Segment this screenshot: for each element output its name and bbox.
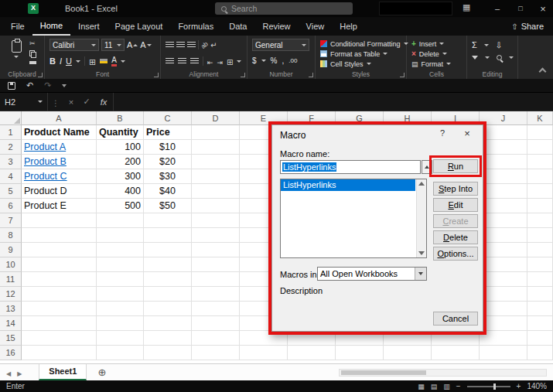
cell-A14[interactable] — [22, 316, 97, 331]
zoom-level[interactable]: 140% — [527, 382, 547, 390]
cell-A12[interactable] — [22, 287, 97, 302]
cell-B9[interactable] — [97, 243, 144, 257]
cell-G16[interactable] — [336, 346, 384, 360]
cell-A15[interactable] — [22, 331, 97, 346]
cell-B11[interactable] — [97, 272, 144, 287]
cell-A7[interactable] — [22, 213, 97, 228]
cell-J7[interactable] — [480, 213, 527, 228]
row-header-11[interactable]: 11 — [0, 272, 22, 287]
cell-K7[interactable] — [527, 213, 553, 228]
cell-styles-button[interactable]: Cell Styles — [320, 59, 403, 69]
insert-cells-button[interactable]: Insert — [411, 39, 463, 49]
new-sheet-button[interactable] — [97, 366, 106, 378]
cell-C3[interactable]: $20 — [144, 155, 192, 169]
borders-button[interactable] — [89, 54, 96, 68]
row-header-16[interactable]: 16 — [0, 346, 22, 360]
redo-button[interactable]: ↷ — [44, 80, 51, 90]
cell-B10[interactable] — [97, 257, 144, 272]
share-button[interactable]: Share — [511, 22, 544, 31]
cell-D6[interactable] — [192, 199, 240, 213]
ribbon-display-options-icon[interactable] — [463, 2, 470, 12]
cell-A6[interactable]: Product E — [22, 199, 97, 213]
minimize-button[interactable] — [487, 0, 507, 17]
cell-K1[interactable] — [527, 125, 553, 140]
cell-A2[interactable]: Product A — [22, 140, 97, 155]
cell-J6[interactable] — [480, 199, 527, 213]
comma-style-button[interactable]: , — [282, 56, 284, 65]
row-header-7[interactable]: 7 — [0, 213, 22, 228]
zoom-slider-thumb[interactable] — [493, 383, 496, 390]
cell-J15[interactable] — [480, 331, 527, 346]
cell-D2[interactable] — [192, 140, 240, 155]
delete-button[interactable]: Delete — [433, 230, 478, 244]
close-button[interactable] — [533, 0, 553, 17]
column-header-C[interactable]: C — [144, 111, 192, 125]
search-box[interactable]: Search — [215, 2, 353, 15]
delete-cells-button[interactable]: Delete — [411, 49, 463, 59]
cell-D7[interactable] — [192, 213, 240, 228]
macro-list-item[interactable]: ListHyperlinks — [281, 179, 415, 191]
cell-K3[interactable] — [527, 155, 553, 169]
cell-K10[interactable] — [527, 257, 553, 272]
run-button[interactable]: Run — [433, 159, 478, 173]
step-into-button[interactable]: Step Into — [433, 182, 478, 196]
align-bottom-button[interactable] — [187, 42, 196, 48]
increase-indent-button[interactable] — [217, 54, 224, 68]
macro-list[interactable]: ListHyperlinks — [280, 179, 427, 258]
account-area[interactable] — [379, 2, 452, 15]
decrease-indent-button[interactable] — [207, 54, 213, 68]
cell-D13[interactable] — [192, 302, 240, 316]
normal-view-button[interactable] — [418, 382, 425, 390]
cell-A4[interactable]: Product C — [22, 169, 97, 184]
cut-button[interactable]: ✂ — [29, 39, 36, 47]
cell-D3[interactable] — [192, 155, 240, 169]
cell-K5[interactable] — [527, 184, 553, 199]
dialog-launcher-icon[interactable] — [309, 73, 313, 77]
cell-C6[interactable]: $50 — [144, 199, 192, 213]
tab-file[interactable]: File — [3, 17, 32, 36]
cell-C2[interactable]: $10 — [144, 140, 192, 155]
cell-B2[interactable]: 100 — [97, 140, 144, 155]
next-sheet-icon[interactable] — [17, 368, 22, 377]
maximize-button[interactable] — [510, 0, 531, 17]
cell-B5[interactable]: 400 — [97, 184, 144, 199]
tab-insert[interactable]: Insert — [70, 17, 108, 36]
cell-F16[interactable] — [288, 346, 336, 360]
sort-filter-button[interactable] — [472, 56, 478, 60]
row-header-8[interactable]: 8 — [0, 228, 22, 243]
format-painter-button[interactable] — [29, 61, 36, 64]
align-top-button[interactable] — [166, 42, 174, 48]
bold-button[interactable]: B — [49, 56, 56, 66]
options-button[interactable]: Options... — [433, 247, 478, 261]
cell-K15[interactable] — [527, 331, 553, 346]
scroll-down-arrow-icon[interactable] — [418, 251, 425, 255]
cell-B4[interactable]: 300 — [97, 169, 144, 184]
macro-name-input[interactable]: ListHyperlinks — [280, 160, 421, 174]
cell-A16[interactable] — [22, 346, 97, 360]
column-header-D[interactable]: D — [192, 111, 240, 125]
cell-A5[interactable]: Product D — [22, 184, 97, 199]
row-header-4[interactable]: 4 — [0, 169, 22, 184]
cell-D1[interactable] — [192, 125, 240, 140]
cell-B7[interactable] — [97, 213, 144, 228]
format-as-table-button[interactable]: Format as Table — [320, 49, 403, 59]
enter-entry-button[interactable]: ✓ — [79, 97, 94, 107]
column-header-A[interactable]: A — [22, 111, 97, 125]
cell-K13[interactable] — [527, 302, 553, 316]
cell-K4[interactable] — [527, 169, 553, 184]
page-layout-view-button[interactable] — [431, 382, 438, 390]
cell-A13[interactable] — [22, 302, 97, 316]
cell-J4[interactable] — [480, 169, 527, 184]
cell-K12[interactable] — [527, 287, 553, 302]
cell-D9[interactable] — [192, 243, 240, 257]
cell-C10[interactable] — [144, 257, 192, 272]
conditional-formatting-button[interactable]: Conditional Formatting — [320, 39, 403, 49]
shrink-font-button[interactable]: A — [140, 40, 151, 49]
cell-C9[interactable] — [144, 243, 192, 257]
cancel-button[interactable]: Cancel — [433, 312, 478, 326]
cell-C7[interactable] — [144, 213, 192, 228]
cell-J5[interactable] — [480, 184, 527, 199]
decimal-button[interactable]: .00 — [288, 57, 297, 64]
cell-J14[interactable] — [480, 316, 527, 331]
cell-K2[interactable] — [527, 140, 553, 155]
